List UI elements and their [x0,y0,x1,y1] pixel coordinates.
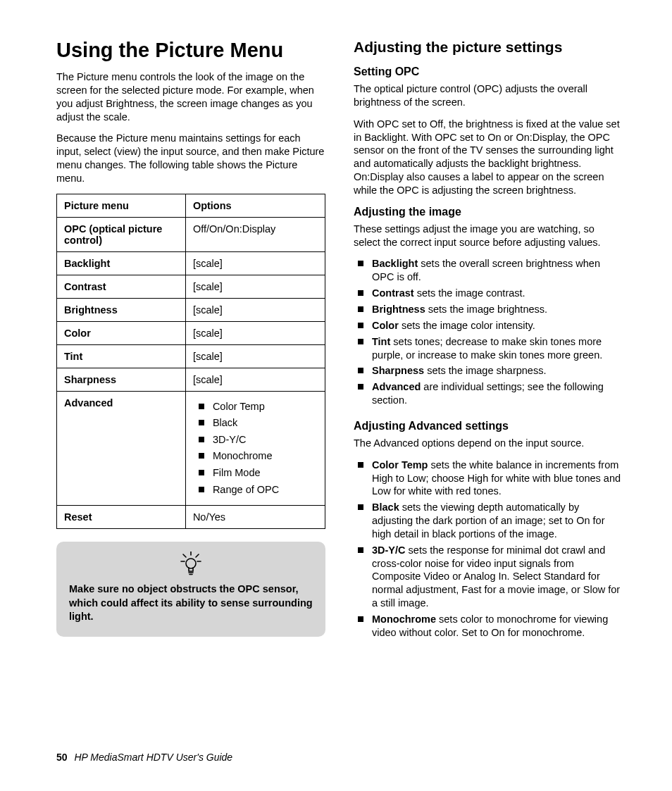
list-item: Color Temp sets the white balance in inc… [354,459,623,499]
table-row: Contrast [scale] [57,275,325,298]
opc-paragraph-2: With OPC set to Off, the brightness is f… [354,118,623,197]
footer-title: HP MediaSmart HDTV User's Guide [74,752,232,763]
definition: sets the viewing depth automatically by … [372,502,604,540]
page: Using the Picture Menu The Picture menu … [0,0,672,791]
list-item: Color Temp [193,400,318,414]
table-row-option: Off/On/On:Display [185,217,325,251]
lightbulb-icon [180,552,201,578]
image-settings-list: Backlight sets the overall screen bright… [354,257,623,406]
list-item: Black [193,416,318,430]
list-item: Contrast sets the image contrast. [354,287,623,300]
definition: sets the image contrast. [414,287,525,299]
term: Color [372,320,399,331]
list-item: Brightness sets the image brightness. [354,303,623,316]
term: Brightness [372,304,425,315]
svg-line-1 [183,554,186,557]
list-item: Backlight sets the overall screen bright… [354,257,623,284]
list-item: 3D-Y/C sets the response for minimal dot… [354,544,623,610]
term: Backlight [372,258,418,269]
advanced-paragraph: The Advanced options depend on the input… [354,437,623,450]
table-header-col2: Options [185,194,325,217]
tip-callout: Make sure no object obstructs the OPC se… [56,542,325,637]
term: 3D-Y/C [372,544,406,556]
table-row-name: Brightness [57,298,186,321]
definition: sets the image brightness. [425,304,547,315]
definition: sets tones; decrease to make skin tones … [372,336,602,361]
opc-paragraph-1: The optical picture control (OPC) adjust… [354,82,623,109]
svg-point-5 [186,559,196,568]
term: Sharpness [372,365,424,376]
table-row-option-list: Color Temp Black 3D-Y/C Monochrome Film … [185,391,325,505]
table-row-option: [scale] [185,344,325,368]
term: Tint [372,336,390,347]
subsection-heading-opc: Setting OPC [354,66,623,78]
table-row: OPC (optical picture control) Off/On/On:… [57,217,325,251]
list-item: Film Mode [193,466,318,480]
list-item: Monochrome sets color to monochrome for … [354,613,623,640]
list-item: Tint sets tones; decrease to make skin t… [354,335,623,362]
svg-line-2 [196,554,199,557]
section-heading: Adjusting the picture settings [354,39,623,56]
table-header-col1: Picture menu [57,194,186,217]
table-row: Sharpness [scale] [57,368,325,391]
term: Color Temp [372,459,428,471]
tip-text: Make sure no object obstructs the OPC se… [69,583,313,624]
image-paragraph: These settings adjust the image you are … [354,223,623,249]
table-header-row: Picture menu Options [57,194,325,217]
table-row-name: Tint [57,344,186,368]
table-row-name: Sharpness [57,368,186,391]
table-row-option: [scale] [185,368,325,391]
term: Advanced [372,381,421,392]
table-row-name: Advanced [57,391,186,505]
left-column: Using the Picture Menu The Picture menu … [56,39,325,642]
list-item: Color sets the image color intensity. [354,319,623,332]
table-row-name: OPC (optical picture control) [57,217,186,251]
advanced-options-list: Color Temp Black 3D-Y/C Monochrome Film … [193,400,318,497]
tip-icon-row [69,552,313,578]
subsection-heading-image: Adjusting the image [354,206,623,218]
page-footer: 50 HP MediaSmart HDTV User's Guide [56,752,232,763]
table-row-option: [scale] [185,251,325,275]
table-row-name: Reset [57,506,186,529]
right-column: Adjusting the picture settings Setting O… [354,39,623,642]
subsection-heading-advanced: Adjusting Advanced settings [354,420,623,432]
table-row-name: Contrast [57,275,186,298]
table-row-name: Backlight [57,251,186,275]
list-item: Sharpness sets the image sharpness. [354,364,623,378]
list-item: Monochrome [193,449,318,463]
advanced-settings-list: Color Temp sets the white balance in inc… [354,459,623,640]
intro-paragraph-2: Because the Picture menu maintains setti… [56,132,325,185]
list-item: 3D-Y/C [193,433,318,447]
definition: sets the response for minimal dot crawl … [372,544,620,609]
definition: sets the image sharpness. [424,365,546,376]
term: Black [372,502,399,513]
definition: sets the image color intensity. [399,320,535,331]
table-row-option: [scale] [185,275,325,298]
page-number: 50 [56,752,68,763]
picture-menu-table: Picture menu Options OPC (optical pictur… [56,194,325,529]
table-row: Reset No/Yes [57,506,325,529]
main-heading: Using the Picture Menu [56,39,325,62]
list-item: Range of OPC [193,483,318,497]
list-item: Black sets the viewing depth automatical… [354,501,623,541]
table-row-option: No/Yes [185,506,325,529]
term: Monochrome [372,614,436,625]
table-row-name: Color [57,321,186,344]
table-row: Backlight [scale] [57,251,325,275]
two-column-layout: Using the Picture Menu The Picture menu … [56,39,623,642]
table-row: Tint [scale] [57,344,325,368]
term: Contrast [372,287,414,299]
table-row-option: [scale] [185,321,325,344]
table-row: Color [scale] [57,321,325,344]
intro-paragraph-1: The Picture menu controls the look of th… [56,70,325,123]
table-row-advanced: Advanced Color Temp Black 3D-Y/C Monochr… [57,391,325,505]
table-row: Brightness [scale] [57,298,325,321]
list-item: Advanced are individual settings; see th… [354,380,623,407]
table-row-option: [scale] [185,298,325,321]
